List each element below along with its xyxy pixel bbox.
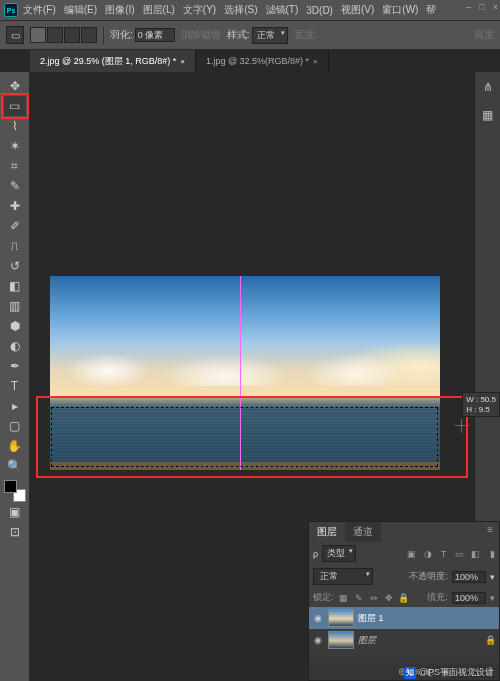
visibility-eye-icon[interactable]: ◉ <box>312 635 324 645</box>
menu-image[interactable]: 图像(I) <box>102 1 137 19</box>
menu-type[interactable]: 文字(Y) <box>180 1 219 19</box>
layer-row-background[interactable]: ◉ 图层 🔒 <box>309 629 499 651</box>
eyedropper-tool[interactable]: ✎ <box>4 176 26 196</box>
layer-filter-icon-2[interactable]: T <box>437 547 450 560</box>
selection-mode-add-icon[interactable] <box>47 27 63 43</box>
layers-bottom-icon-3[interactable]: ▣ <box>441 666 450 677</box>
marquee-tool[interactable]: ▭ <box>4 96 26 116</box>
layer-thumbnail[interactable] <box>328 609 354 627</box>
layer-filter-type-dropdown[interactable]: 类型 <box>322 545 356 562</box>
zoom-tool[interactable]: 🔍 <box>4 456 26 476</box>
selection-size-tooltip: W : 50.5 H : 9.5 <box>462 392 500 417</box>
panel-tab-layers[interactable]: 图层 <box>309 522 345 542</box>
style-dropdown[interactable]: 正常 <box>252 27 288 44</box>
tab-close-icon[interactable]: × <box>313 57 318 66</box>
path-select-tool[interactable]: ▸ <box>4 396 26 416</box>
tab-close-icon[interactable]: × <box>180 57 185 66</box>
layer-filter-icon-0[interactable]: ▣ <box>405 547 418 560</box>
layer-thumbnail[interactable] <box>328 631 354 649</box>
layers-bottom-icon-0[interactable]: ⊕ <box>398 666 406 677</box>
document-tab-active[interactable]: 2.jpg @ 29.5% (图层 1, RGB/8#) * × <box>30 50 196 72</box>
layers-bottom-icon-5[interactable]: ◻ <box>471 666 479 677</box>
move-tool[interactable]: ✥ <box>4 76 26 96</box>
menu-3d[interactable]: 3D(D) <box>303 3 336 18</box>
layers-bottom-icon-4[interactable]: ▭ <box>456 666 465 677</box>
dodge-tool[interactable]: ◐ <box>4 336 26 356</box>
window-maximize-icon[interactable]: □ <box>479 2 484 12</box>
document-tab[interactable]: 1.jpg @ 32.5%(RGB/8#) * × <box>196 50 329 72</box>
menu-filter[interactable]: 滤镜(T) <box>263 1 302 19</box>
fill-input[interactable] <box>452 592 486 604</box>
layer-name[interactable]: 图层 1 <box>358 612 384 625</box>
filter-toggle-icon[interactable]: ▮ <box>490 549 495 559</box>
lock-label: 锁定: <box>313 591 334 604</box>
layer-filter-row: ρ 类型 ▣◑T▭◧ ▮ <box>309 542 499 565</box>
selection-mode-subtract-icon[interactable] <box>64 27 80 43</box>
window-minimize-icon[interactable]: – <box>466 2 471 12</box>
image-clouds <box>50 336 440 386</box>
healing-brush-tool[interactable]: ✚ <box>4 196 26 216</box>
lock-icon-2[interactable]: ⇔ <box>368 592 380 604</box>
layers-panel: 图层 通道 ≡ ρ 类型 ▣◑T▭◧ ▮ 正常 不透明度: ▾ 锁定: ▦✎⇔✥… <box>308 521 500 681</box>
layer-filter-icon-1[interactable]: ◑ <box>421 547 434 560</box>
menu-edit[interactable]: 编辑(E) <box>61 1 100 19</box>
menu-layer[interactable]: 图层(L) <box>140 1 178 19</box>
crop-tool[interactable]: ⌗ <box>4 156 26 176</box>
gradient-tool[interactable]: ▥ <box>4 296 26 316</box>
selection-mode-intersect-icon[interactable] <box>81 27 97 43</box>
quickmask-icon[interactable]: ▣ <box>4 502 26 522</box>
blend-opacity-row: 正常 不透明度: ▾ <box>309 565 499 588</box>
layer-name[interactable]: 图层 <box>358 634 376 647</box>
layers-bottom-icon-1[interactable]: fx <box>412 666 420 677</box>
options-bar: ▭ 羽化: 消除锯齿 样式: 正常 宽度: 高度 <box>0 20 500 50</box>
lock-icon-1[interactable]: ✎ <box>353 592 365 604</box>
menu-file[interactable]: 文件(F) <box>20 1 59 19</box>
menu-window[interactable]: 窗口(W) <box>379 1 421 19</box>
lasso-tool[interactable]: ⌇ <box>4 116 26 136</box>
opacity-input[interactable] <box>452 571 486 583</box>
fill-label: 填充: <box>427 591 448 604</box>
layer-row[interactable]: ◉ 图层 1 <box>309 607 499 629</box>
fill-dropdown-icon[interactable]: ▾ <box>490 593 495 603</box>
swatches-panel-icon[interactable]: ▦ <box>479 106 497 124</box>
selection-mode-new-icon[interactable] <box>30 27 46 43</box>
menu-view[interactable]: 视图(V) <box>338 1 377 19</box>
pen-tool[interactable]: ✒ <box>4 356 26 376</box>
rectangle-shape-tool[interactable]: ▢ <box>4 416 26 436</box>
hand-tool[interactable]: ✋ <box>4 436 26 456</box>
menu-select[interactable]: 选择(S) <box>221 1 260 19</box>
lock-icon-0[interactable]: ▦ <box>338 592 350 604</box>
lock-fill-row: 锁定: ▦✎⇔✥🔒 填充: ▾ <box>309 588 499 607</box>
type-tool[interactable]: T <box>4 376 26 396</box>
menu-help[interactable]: 帮 <box>423 1 439 19</box>
feather-input[interactable] <box>135 28 175 42</box>
layers-bottom-icon-2[interactable]: ◐ <box>426 666 435 677</box>
lock-icon-4[interactable]: 🔒 <box>398 592 410 604</box>
color-swatches[interactable] <box>4 480 26 502</box>
history-brush-tool[interactable]: ↺ <box>4 256 26 276</box>
lock-icon-3[interactable]: ✥ <box>383 592 395 604</box>
tool-preset-icon[interactable]: ▭ <box>6 26 24 44</box>
panel-menu-icon[interactable]: ≡ <box>481 522 499 542</box>
antialias-label: 消除锯齿 <box>181 28 221 42</box>
blur-tool[interactable]: ⬢ <box>4 316 26 336</box>
layers-bottom-icon-6[interactable]: 🗑 <box>485 666 495 677</box>
eraser-tool[interactable]: ◧ <box>4 276 26 296</box>
clone-stamp-tool[interactable]: ⎍ <box>4 236 26 256</box>
blend-mode-dropdown[interactable]: 正常 <box>313 568 373 585</box>
visibility-eye-icon[interactable]: ◉ <box>312 613 324 623</box>
filter-prefix-icon: ρ <box>313 549 318 559</box>
foreground-color-swatch[interactable] <box>4 480 17 493</box>
marquee-selection[interactable] <box>51 407 438 467</box>
window-close-icon[interactable]: × <box>493 2 498 12</box>
tab-title: 2.jpg @ 29.5% (图层 1, RGB/8#) * <box>40 55 176 68</box>
node-panel-icon[interactable]: ⋔ <box>479 78 497 96</box>
layer-filter-icon-3[interactable]: ▭ <box>453 547 466 560</box>
layer-filter-icon-4[interactable]: ◧ <box>469 547 482 560</box>
layer-list: ◉ 图层 1 ◉ 图层 🔒 <box>309 607 499 663</box>
screenmode-icon[interactable]: ⊡ <box>4 522 26 542</box>
magic-wand-tool[interactable]: ✶ <box>4 136 26 156</box>
panel-tab-channels[interactable]: 通道 <box>345 522 381 542</box>
opacity-dropdown-icon[interactable]: ▾ <box>490 572 495 582</box>
brush-tool[interactable]: ✐ <box>4 216 26 236</box>
